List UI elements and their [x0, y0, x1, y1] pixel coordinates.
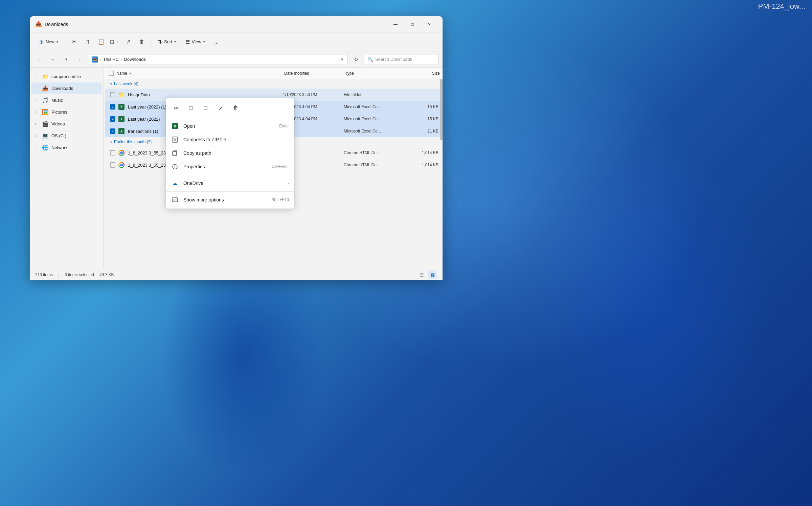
- search-icon: 🔍: [368, 57, 373, 62]
- checkbox-lastyear2[interactable]: ✓: [110, 116, 115, 122]
- sidebar-chevron-videos: ›: [35, 122, 39, 126]
- file-scrollbar[interactable]: [440, 79, 443, 140]
- filesize-chrome2: 1,014 KB: [405, 163, 438, 167]
- context-menu-toolbar: ✂ □ □ ↗ 🗑: [166, 100, 294, 118]
- maximize-button[interactable]: □: [405, 19, 420, 30]
- row-checkbox-chrome1[interactable]: [108, 150, 118, 155]
- delete-button[interactable]: 🗑: [136, 36, 148, 48]
- ctx-item-onedrive[interactable]: ☁ OneDrive ›: [166, 176, 294, 190]
- view-icon: ☰: [185, 39, 190, 45]
- view-button[interactable]: ☰ View ▾: [181, 36, 209, 48]
- checkbox-lastyear1[interactable]: ✓: [110, 104, 115, 110]
- sidebar-item-pictures[interactable]: › 🖼️ Pictures: [31, 106, 102, 118]
- refresh-button[interactable]: ↻: [351, 54, 361, 65]
- more-label: ...: [214, 39, 219, 45]
- row-checkbox-transactions[interactable]: ✓: [108, 128, 118, 134]
- sidebar-chevron-osc: ›: [35, 134, 39, 138]
- toolbar-sep-2: [151, 38, 151, 46]
- ctx-share-button[interactable]: ↗: [215, 102, 227, 114]
- select-all-checkbox[interactable]: [109, 71, 114, 76]
- minimize-button[interactable]: —: [388, 19, 403, 30]
- group-chevron-last-week: ▾: [110, 82, 112, 86]
- sort-button[interactable]: ⇅ Sort ▾: [154, 36, 180, 48]
- ctx-item-showmore[interactable]: Show more options Shift+F10: [166, 193, 294, 207]
- ctx-item-properties[interactable]: Properties Alt+Enter: [166, 160, 294, 173]
- view-toggle: ☰ ▦: [417, 271, 437, 279]
- row-checkbox-lastyear1[interactable]: ✓: [108, 104, 118, 110]
- close-button[interactable]: ✕: [422, 19, 437, 30]
- filetype-lastyear1: Microsoft Excel Co...: [344, 104, 405, 109]
- cut-button[interactable]: ✂: [68, 36, 80, 48]
- sidebar-item-downloads[interactable]: › 📥 Downloads: [31, 82, 102, 94]
- details-view-button[interactable]: ▦: [428, 271, 437, 279]
- address-bar: ← → ▼ ↑ 📥 › This PC › Downloads ▼ ↻ 🔍 Se…: [30, 51, 443, 68]
- sidebar-item-osc[interactable]: › 💻 OS (C:): [31, 130, 102, 141]
- sidebar-item-compressedfile[interactable]: › 📁 compressedfile: [31, 71, 102, 82]
- sidebar-item-network[interactable]: › 🌐 Network: [31, 142, 102, 153]
- ctx-copypath-label: Copy as path: [183, 150, 289, 156]
- ctx-showmore-label: Show more options: [183, 197, 267, 202]
- list-view-button[interactable]: ☰: [417, 271, 426, 279]
- checkbox-chrome2[interactable]: [110, 162, 115, 168]
- share-button[interactable]: ↗: [122, 36, 134, 48]
- row-checkbox-usagedata[interactable]: [108, 92, 118, 97]
- sidebar: › 📁 compressedfile › 📥 Downloads › 🎵 Mus…: [30, 68, 104, 269]
- header-checkbox[interactable]: [106, 71, 116, 76]
- path-sep-1: ›: [100, 57, 101, 62]
- window-controls: — □ ✕: [388, 19, 437, 30]
- back-button[interactable]: ←: [34, 54, 45, 65]
- ctx-item-copypath[interactable]: Copy as path: [166, 146, 294, 160]
- ctx-item-compress[interactable]: Compress to ZIP file: [166, 133, 294, 146]
- ctx-compress-label: Compress to ZIP file: [183, 137, 289, 142]
- path-this-pc: This PC: [103, 57, 119, 62]
- ctx-paste-button[interactable]: □: [200, 102, 212, 114]
- paste-button[interactable]: 📋: [95, 36, 107, 48]
- column-size-label: Size: [432, 71, 440, 76]
- sidebar-label-music: Music: [51, 98, 63, 103]
- view-label: View: [192, 39, 201, 44]
- copy-button[interactable]: ▯: [82, 36, 94, 48]
- column-name[interactable]: Name ▲: [116, 71, 284, 76]
- column-date[interactable]: Date modified: [284, 71, 345, 76]
- search-box[interactable]: 🔍 Search Downloads: [364, 54, 438, 65]
- status-bar: 213 items | 3 items selected 49.7 KB ☰ ▦: [30, 269, 443, 280]
- svg-rect-7: [172, 198, 178, 202]
- ctx-showmore-shortcut: Shift+F10: [271, 197, 289, 202]
- column-type-label: Type: [345, 71, 354, 76]
- folder-icon-videos: 🎬: [42, 121, 49, 127]
- sidebar-item-videos[interactable]: › 🎬 Videos: [31, 118, 102, 129]
- sidebar-item-music[interactable]: › 🎵 Music: [31, 94, 102, 106]
- window-title: Downloads: [45, 22, 385, 27]
- checkbox-usagedata[interactable]: [110, 92, 115, 97]
- ctx-copy-button[interactable]: □: [185, 102, 197, 114]
- column-size[interactable]: Size: [406, 71, 440, 76]
- ctx-divider-1: [166, 175, 294, 175]
- row-checkbox-lastyear2[interactable]: ✓: [108, 116, 118, 122]
- selected-size: 49.7 KB: [99, 272, 114, 277]
- rename-button[interactable]: □→: [109, 36, 121, 48]
- search-placeholder: Search Downloads: [375, 57, 412, 62]
- up-button[interactable]: ↑: [74, 54, 85, 65]
- ctx-onedrive-label: OneDrive: [183, 180, 283, 186]
- ctx-cut-button[interactable]: ✂: [170, 102, 182, 114]
- ctx-item-open[interactable]: X Open Enter: [166, 119, 294, 133]
- filetype-transactions: Microsoft Excel Co...: [344, 129, 405, 134]
- column-type[interactable]: Type: [345, 71, 406, 76]
- recent-button[interactable]: ▼: [61, 54, 72, 65]
- checkbox-transactions[interactable]: ✓: [110, 128, 115, 134]
- path-dropdown-icon[interactable]: ▼: [340, 57, 344, 62]
- ctx-copypath-icon: [171, 149, 179, 157]
- ctx-delete-button[interactable]: 🗑: [229, 102, 242, 114]
- ctx-divider-2: [166, 191, 294, 192]
- row-checkbox-chrome2[interactable]: [108, 162, 118, 168]
- group-header-last-week[interactable]: ▾ Last week (4): [104, 79, 443, 89]
- checkbox-chrome1[interactable]: [110, 150, 115, 155]
- more-button[interactable]: ...: [210, 36, 223, 48]
- toolbar: ⊕ New ▾ ✂ ▯ 📋 □→ ↗ 🗑 ⇅ Sort ▾ ☰ View ▾ .…: [30, 32, 443, 51]
- address-path[interactable]: 📥 › This PC › Downloads ▼: [88, 54, 348, 65]
- sidebar-label-osc: OS (C:): [51, 133, 66, 138]
- group-label-last-week: Last week (4): [114, 81, 138, 86]
- forward-button[interactable]: →: [47, 54, 58, 65]
- new-button[interactable]: ⊕ New ▾: [35, 36, 62, 48]
- sidebar-chevron-compressedfile: ›: [35, 75, 39, 78]
